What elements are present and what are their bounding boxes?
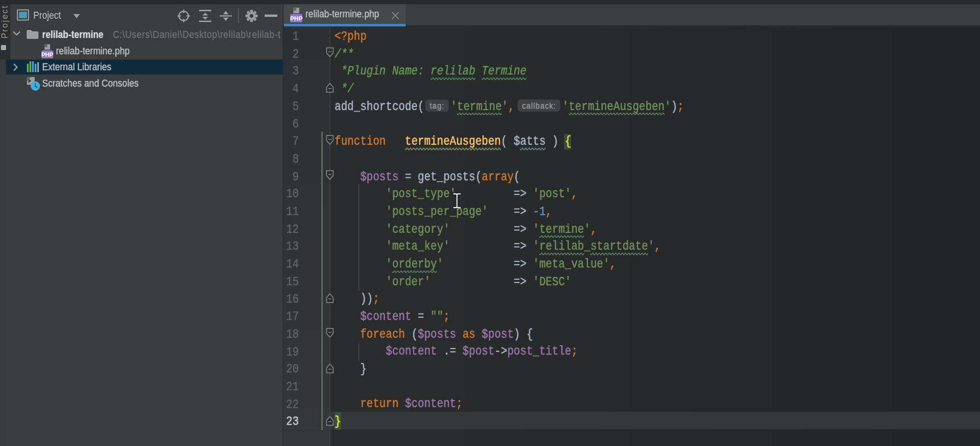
- svg-text:PHP: PHP: [41, 52, 53, 58]
- svg-text:PHP: PHP: [290, 15, 303, 22]
